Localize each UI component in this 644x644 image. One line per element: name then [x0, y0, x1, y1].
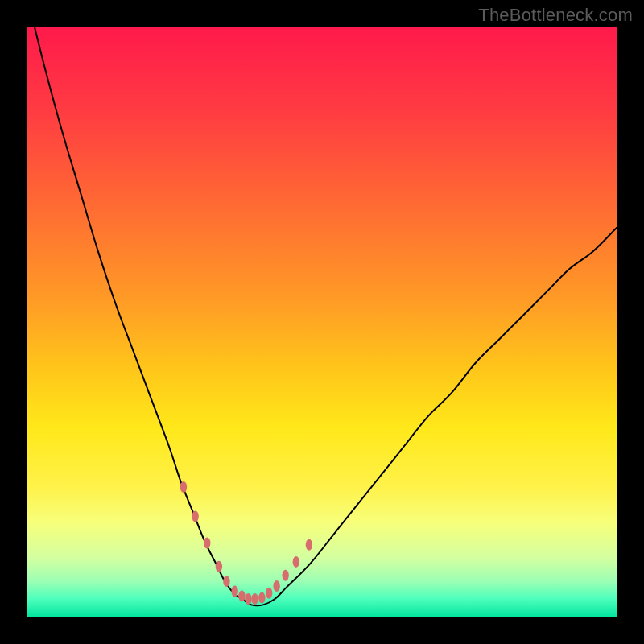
data-point: [238, 590, 245, 601]
chart-frame: TheBottleneck.com: [0, 0, 644, 644]
data-point: [245, 593, 251, 605]
watermark-text: TheBottleneck.com: [478, 5, 633, 26]
chart-svg: [27, 27, 617, 617]
data-point: [223, 576, 229, 587]
data-point: [258, 592, 265, 604]
data-point: [306, 539, 312, 551]
data-point: [231, 586, 237, 597]
data-point: [204, 538, 210, 549]
data-point: [192, 511, 198, 522]
data-point: [180, 481, 187, 493]
plot-area: [27, 27, 617, 617]
data-point: [266, 588, 272, 599]
data-point: [251, 593, 258, 605]
curve-path: [27, 27, 617, 605]
data-point: [273, 580, 279, 592]
data-point: [293, 556, 299, 568]
data-point: [216, 561, 222, 572]
data-point: [282, 570, 288, 581]
